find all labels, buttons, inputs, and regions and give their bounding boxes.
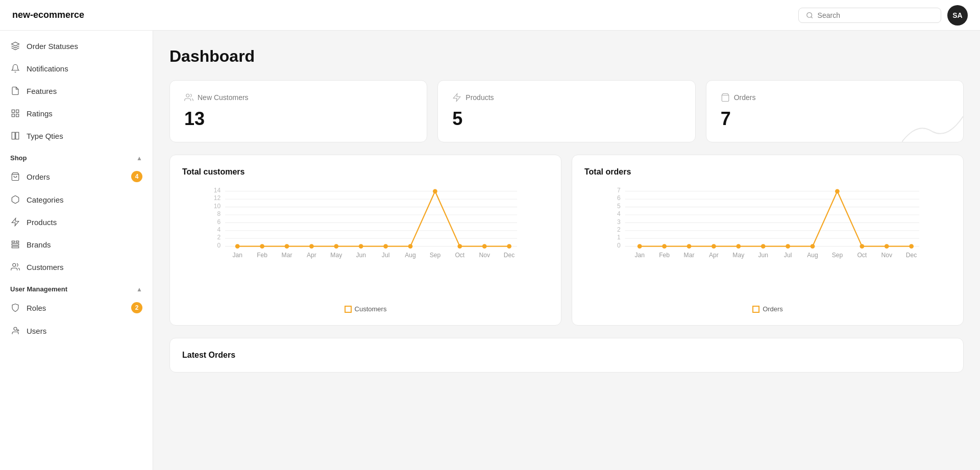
svg-text:May: May — [732, 252, 745, 259]
customers-chart-container: 14 12 10 8 6 4 2 0 — [182, 187, 549, 299]
sidebar-item-order-statuses[interactable]: Order Statuses — [0, 35, 153, 57]
products-label: Products — [465, 93, 494, 102]
svg-text:Feb: Feb — [659, 252, 670, 259]
orders-chart-container: 7 6 5 4 3 2 1 0 — [584, 187, 951, 299]
orders-label: Orders — [734, 93, 756, 102]
sidebar-label-brands: Brands — [27, 240, 142, 249]
svg-point-15 — [14, 327, 17, 330]
search-box[interactable] — [798, 8, 941, 23]
svg-text:Jan: Jan — [634, 252, 645, 259]
svg-rect-3 — [16, 110, 19, 112]
sidebar-label-roles: Roles — [27, 304, 125, 312]
svg-rect-7 — [16, 132, 19, 139]
header-right: SA — [798, 5, 968, 26]
charts-row: Total customers 14 12 10 8 6 4 — [169, 155, 964, 326]
sidebar-label-users: Users — [27, 327, 142, 335]
sidebar-item-notifications[interactable]: Notifications — [0, 57, 153, 80]
total-customers-title: Total customers — [182, 167, 549, 177]
sidebar-item-features[interactable]: Features — [0, 80, 153, 102]
svg-point-42 — [359, 244, 363, 249]
total-customers-chart-card: Total customers 14 12 10 8 6 4 — [169, 155, 561, 326]
orders-chart-legend: Orders — [584, 305, 951, 313]
user-management-section-header[interactable]: User Management ▲ — [0, 278, 153, 296]
svg-text:0: 0 — [217, 242, 220, 249]
avatar: SA — [947, 5, 968, 26]
svg-point-85 — [835, 189, 840, 193]
svg-point-37 — [235, 244, 240, 249]
svg-point-40 — [309, 244, 314, 249]
users-icon — [10, 262, 20, 272]
sidebar-label-ratings: Ratings — [27, 109, 142, 118]
svg-text:3: 3 — [617, 218, 621, 226]
svg-text:Sep: Sep — [832, 252, 843, 259]
brand-icon — [10, 239, 20, 250]
header: new-ecommerce SA — [0, 0, 980, 31]
grid-icon — [10, 108, 20, 118]
svg-text:May: May — [330, 252, 342, 259]
svg-point-86 — [860, 244, 864, 249]
orders-chart-svg: 7 6 5 4 3 2 1 0 — [584, 187, 951, 299]
sidebar: Order Statuses Notifications Features — [0, 31, 153, 470]
sidebar-item-products[interactable]: Products — [0, 211, 153, 233]
sidebar-item-customers[interactable]: Customers — [0, 256, 153, 278]
svg-text:Dec: Dec — [504, 252, 515, 259]
new-customers-icon — [184, 93, 193, 102]
svg-rect-6 — [12, 132, 15, 139]
sidebar-item-roles[interactable]: Roles 2 — [0, 296, 153, 319]
sidebar-label-products: Products — [27, 218, 142, 227]
main-content: Dashboard New Customers 13 Products — [153, 31, 980, 470]
svg-rect-10 — [12, 241, 14, 242]
latest-orders-title: Latest Orders — [182, 351, 951, 360]
svg-text:6: 6 — [617, 194, 621, 202]
sidebar-label-notifications: Notifications — [27, 64, 142, 73]
svg-point-45 — [433, 189, 437, 193]
layers-icon — [10, 41, 20, 51]
logo: new-ecommerce — [12, 10, 84, 20]
svg-text:2: 2 — [617, 226, 621, 233]
sidebar-item-type-qties[interactable]: Type Qties — [0, 125, 153, 147]
svg-point-48 — [507, 244, 511, 249]
stat-card-orders: Orders 7 — [706, 80, 964, 142]
svg-text:5: 5 — [617, 203, 621, 210]
svg-point-44 — [408, 244, 413, 249]
svg-point-14 — [13, 263, 16, 266]
svg-text:8: 8 — [217, 210, 220, 217]
orders-wave-chart — [902, 111, 963, 142]
svg-text:10: 10 — [214, 203, 221, 210]
svg-text:Jan: Jan — [232, 252, 242, 259]
customers-legend-label: Customers — [355, 305, 387, 313]
page-title: Dashboard — [169, 47, 964, 66]
svg-point-46 — [457, 244, 462, 249]
svg-point-41 — [334, 244, 338, 249]
svg-text:14: 14 — [214, 187, 221, 194]
sidebar-label-order-statuses: Order Statuses — [27, 42, 142, 51]
chevron-up-icon: ▲ — [136, 155, 142, 162]
svg-text:1: 1 — [617, 234, 621, 241]
svg-rect-12 — [12, 244, 19, 245]
orders-icon — [721, 93, 730, 102]
svg-text:Jul: Jul — [784, 252, 792, 259]
svg-rect-5 — [16, 114, 19, 117]
stat-card-header-customers: New Customers — [184, 93, 412, 102]
svg-text:Mar: Mar — [684, 252, 695, 259]
sidebar-item-categories[interactable]: Categories — [0, 188, 153, 211]
svg-text:Mar: Mar — [282, 252, 292, 259]
stats-row: New Customers 13 Products 5 — [169, 80, 964, 142]
search-input[interactable] — [818, 11, 934, 19]
products-value: 5 — [452, 108, 680, 130]
svg-rect-11 — [16, 241, 19, 242]
sidebar-item-brands[interactable]: Brands — [0, 233, 153, 256]
sidebar-item-ratings[interactable]: Ratings — [0, 102, 153, 125]
sidebar-item-orders[interactable]: Orders 4 — [0, 165, 153, 188]
svg-text:Aug: Aug — [405, 252, 416, 259]
shop-section-header[interactable]: Shop ▲ — [0, 147, 153, 165]
sidebar-item-users[interactable]: Users — [0, 319, 153, 342]
svg-text:4: 4 — [617, 210, 621, 217]
svg-text:Jun: Jun — [758, 252, 768, 259]
svg-rect-2 — [12, 110, 14, 112]
customers-chart-svg: 14 12 10 8 6 4 2 0 — [182, 187, 549, 299]
svg-point-87 — [885, 244, 889, 249]
svg-rect-13 — [12, 246, 19, 248]
products-icon — [452, 93, 461, 102]
bag-icon — [10, 171, 20, 182]
